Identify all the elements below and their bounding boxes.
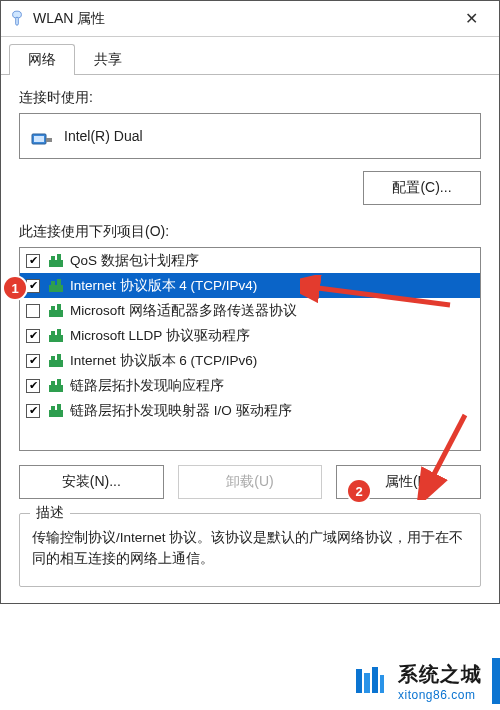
- list-item-label: 链路层拓扑发现映射器 I/O 驱动程序: [70, 402, 292, 420]
- annotation-badge-2: 2: [348, 480, 370, 502]
- checkbox[interactable]: [26, 304, 40, 318]
- checkbox[interactable]: [26, 329, 40, 343]
- tab-sharing[interactable]: 共享: [75, 44, 141, 75]
- adapter-name: Intel(R) Dual: [64, 128, 143, 144]
- titlebar: WLAN 属性 ✕: [1, 1, 499, 37]
- description-text: 传输控制协议/Internet 协议。该协议是默认的广域网络协议，用于在不同的相…: [32, 528, 468, 570]
- connect-using-label: 连接时使用:: [19, 89, 481, 107]
- svg-rect-3: [34, 136, 44, 142]
- svg-rect-10: [57, 279, 61, 286]
- watermark: 系统之城 xitong86.com: [342, 658, 500, 704]
- svg-rect-18: [51, 356, 55, 361]
- svg-rect-28: [356, 669, 362, 693]
- list-item[interactable]: Internet 协议版本 6 (TCP/IPv6): [20, 348, 480, 373]
- svg-rect-29: [364, 673, 370, 693]
- svg-rect-6: [51, 256, 55, 261]
- svg-rect-24: [51, 406, 55, 411]
- list-item[interactable]: 链路层拓扑发现响应程序: [20, 373, 480, 398]
- close-button[interactable]: ✕: [451, 9, 491, 28]
- checkbox[interactable]: [26, 254, 40, 268]
- list-item-label: Microsoft LLDP 协议驱动程序: [70, 327, 250, 345]
- watermark-title: 系统之城: [398, 661, 482, 688]
- svg-line-27: [430, 415, 465, 482]
- list-item-label: Internet 协议版本 4 (TCP/IPv4): [70, 277, 257, 295]
- svg-rect-25: [57, 404, 61, 411]
- svg-rect-15: [51, 331, 55, 336]
- svg-rect-4: [46, 138, 52, 142]
- tab-content: 连接时使用: Intel(R) Dual 配置(C)... 此连接使用下列项目(…: [1, 75, 499, 603]
- tab-network[interactable]: 网络: [9, 44, 75, 75]
- svg-rect-9: [51, 281, 55, 286]
- svg-rect-23: [49, 410, 63, 417]
- annotation-arrow-2: [410, 410, 480, 500]
- svg-rect-17: [49, 360, 63, 367]
- svg-line-26: [310, 287, 450, 305]
- svg-rect-8: [49, 285, 63, 292]
- protocol-icon: [48, 279, 64, 293]
- protocol-icon: [48, 304, 64, 318]
- svg-rect-19: [57, 354, 61, 361]
- svg-rect-22: [57, 379, 61, 386]
- protocol-icon: [48, 254, 64, 268]
- tabstrip: 网络 共享: [1, 37, 499, 75]
- checkbox[interactable]: [26, 279, 40, 293]
- annotation-arrow-1: [300, 275, 460, 315]
- description-groupbox: 描述 传输控制协议/Internet 协议。该协议是默认的广域网络协议，用于在不…: [19, 513, 481, 587]
- svg-rect-7: [57, 254, 61, 261]
- svg-rect-30: [372, 667, 378, 693]
- list-item[interactable]: QoS 数据包计划程序: [20, 248, 480, 273]
- annotation-badge-1: 1: [4, 277, 26, 299]
- adapter-box: Intel(R) Dual: [19, 113, 481, 159]
- checkbox[interactable]: [26, 354, 40, 368]
- checkbox[interactable]: [26, 379, 40, 393]
- svg-rect-5: [49, 260, 63, 267]
- protocol-icon: [48, 379, 64, 393]
- description-legend: 描述: [30, 504, 70, 522]
- svg-rect-13: [57, 304, 61, 311]
- watermark-logo-icon: [352, 663, 388, 699]
- svg-rect-14: [49, 335, 63, 342]
- watermark-subtitle: xitong86.com: [398, 688, 482, 702]
- svg-rect-16: [57, 329, 61, 336]
- svg-rect-20: [49, 385, 63, 392]
- protocol-icon: [48, 354, 64, 368]
- configure-button[interactable]: 配置(C)...: [363, 171, 481, 205]
- svg-rect-21: [51, 381, 55, 386]
- adapter-icon: [30, 124, 54, 148]
- list-item-label: 链路层拓扑发现响应程序: [70, 377, 224, 395]
- list-item[interactable]: Microsoft LLDP 协议驱动程序: [20, 323, 480, 348]
- list-item-label: Internet 协议版本 6 (TCP/IPv6): [70, 352, 257, 370]
- uninstall-button[interactable]: 卸载(U): [178, 465, 323, 499]
- items-label: 此连接使用下列项目(O):: [19, 223, 481, 241]
- install-button[interactable]: 安装(N)...: [19, 465, 164, 499]
- watermark-stripe: [492, 658, 500, 704]
- window-title: WLAN 属性: [33, 10, 451, 28]
- protocol-icon: [48, 404, 64, 418]
- svg-rect-1: [16, 17, 19, 25]
- window-icon: [9, 9, 25, 29]
- checkbox[interactable]: [26, 404, 40, 418]
- protocol-icon: [48, 329, 64, 343]
- svg-rect-11: [49, 310, 63, 317]
- list-item-label: Microsoft 网络适配器多路传送器协议: [70, 302, 297, 320]
- list-item-label: QoS 数据包计划程序: [70, 252, 199, 270]
- svg-rect-12: [51, 306, 55, 311]
- svg-rect-31: [380, 675, 384, 693]
